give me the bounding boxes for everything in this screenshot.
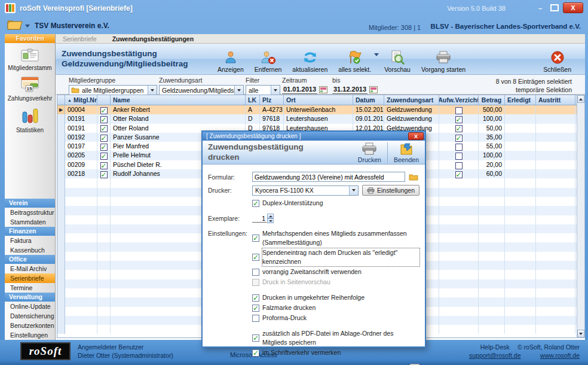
- calendar-icon[interactable]: [319, 86, 327, 93]
- column-header-mitglnr[interactable]: ▲Mitgl.Nr.: [65, 95, 97, 105]
- row-checkbox[interactable]: [100, 125, 108, 132]
- column-header-lk[interactable]: LK: [246, 95, 260, 105]
- option-row[interactable]: Drucken in umgekehrter Reihenfolge: [252, 293, 419, 302]
- option-row[interactable]: Spendeneintrag nach dem Drucken als "erl…: [252, 248, 419, 266]
- minimize-button[interactable]: –: [534, 2, 546, 13]
- sidebar-item-faktura[interactable]: Faktura: [5, 236, 55, 245]
- drucken-button[interactable]: Drucken: [352, 141, 387, 164]
- sidebar-item-termine[interactable]: Termine: [5, 283, 55, 293]
- sidebar-item-e-mail-archiv[interactable]: E-Mail Archiv: [5, 264, 55, 273]
- sidebar-item-einstellungen[interactable]: Einstellungen: [5, 330, 55, 340]
- option-checkbox[interactable]: [252, 315, 259, 322]
- option-row[interactable]: im Schriftverkehr vermerken: [252, 348, 419, 357]
- club-folder-icon[interactable]: [7, 19, 23, 31]
- exemplare-stepper[interactable]: 1: [252, 214, 274, 223]
- column-header-erledigt[interactable]: Erledigt: [505, 95, 536, 105]
- aufwverzicht-checkbox[interactable]: [455, 135, 463, 142]
- column-header-austritt[interactable]: Austritt: [536, 95, 575, 105]
- sidebar-item-stammdaten[interactable]: Stammdaten: [5, 217, 55, 227]
- scroll-up-button[interactable]: [577, 95, 584, 103]
- sidebar-item-benutzerkonten[interactable]: Benutzerkonten: [5, 321, 55, 330]
- option-row[interactable]: Proforma-Druck: [252, 314, 419, 323]
- table-row[interactable]: ▶00004Anker RobertAA-4273Unterweißenbach…: [57, 105, 583, 114]
- club-dropdown-caret[interactable]: [25, 25, 30, 28]
- option-checkbox[interactable]: [252, 269, 259, 276]
- option-checkbox[interactable]: [252, 349, 259, 357]
- zeitraum-date-field[interactable]: 01.01.2013: [282, 85, 317, 94]
- aufwverzicht-checkbox[interactable]: [455, 125, 463, 132]
- aufwverzicht-checkbox[interactable]: [455, 162, 463, 169]
- vorgang-starten-button[interactable]: Vorgang starten: [416, 45, 471, 73]
- vertical-scrollbar[interactable]: [577, 95, 585, 338]
- row-checkbox[interactable]: [100, 135, 108, 142]
- scroll-down-button[interactable]: [577, 330, 584, 337]
- tab-serienbriefe[interactable]: Serienbriefe: [63, 35, 97, 42]
- option-row[interactable]: Mehrfachspenden eines Mitglieds zusammen…: [252, 229, 419, 247]
- row-checkbox[interactable]: [100, 171, 108, 178]
- column-header-ort[interactable]: Ort: [284, 95, 353, 105]
- column-header-zuwendungsart[interactable]: Zuwendungsart: [384, 95, 439, 105]
- aufwverzicht-checkbox[interactable]: [455, 144, 463, 151]
- column-header-blank[interactable]: [57, 95, 65, 105]
- alles-selekt--button[interactable]: alles selekt.: [333, 45, 376, 73]
- option-checkbox[interactable]: [252, 294, 259, 302]
- table-header[interactable]: ▲Mitgl.Nr.NameLKPlzOrtDatumZuwendungsart…: [57, 95, 583, 105]
- column-header-datum[interactable]: Datum: [353, 95, 384, 105]
- website-link[interactable]: www.rosoft.de: [517, 351, 580, 360]
- tab-zuwendungsbestätigungen[interactable]: Zuwendungsbestätigungen: [112, 35, 194, 42]
- helpdesk-link[interactable]: support@rosoft.de: [469, 351, 521, 360]
- beenden-button[interactable]: Beenden: [388, 141, 425, 164]
- row-checkbox[interactable]: [100, 107, 108, 114]
- aktualisieren-button[interactable]: aktualisieren: [287, 45, 333, 73]
- duplex-checkbox-row[interactable]: Duplex-Unterstützung: [252, 199, 323, 208]
- browse-formular-button[interactable]: [408, 172, 419, 182]
- anzeigen-button[interactable]: Anzeigen: [212, 45, 249, 73]
- sidebar-favorite-mitgliederstamm[interactable]: Mitgliederstamm: [5, 43, 55, 71]
- exemplare-value[interactable]: 1: [252, 215, 267, 223]
- row-checkbox[interactable]: [100, 153, 108, 160]
- drucker-select[interactable]: Kyocera FS-1100 KX: [252, 185, 359, 196]
- close-window-button[interactable]: X: [563, 2, 583, 13]
- option-checkbox[interactable]: [252, 254, 259, 261]
- mitgliedergruppe-select[interactable]: alle Mitgliedergruppen: [69, 85, 157, 95]
- maximize-button[interactable]: [550, 4, 559, 11]
- row-checkbox[interactable]: [100, 162, 108, 169]
- column-header-blank[interactable]: [97, 95, 111, 105]
- calendar-icon[interactable]: [369, 86, 378, 93]
- formular-input[interactable]: Geldzuwendung 2013 (Vereine) mit Adressf…: [252, 172, 405, 182]
- option-checkbox[interactable]: [252, 334, 259, 342]
- filter-select[interactable]: alle: [246, 85, 280, 95]
- option-checkbox[interactable]: [252, 305, 259, 312]
- aufwverzicht-checkbox[interactable]: [455, 171, 463, 178]
- option-row[interactable]: Druck in Seitenvorschau: [252, 278, 419, 287]
- zuwendungsart-select[interactable]: Geldzuwendung/Mitgliedsbeitrag: [159, 85, 244, 95]
- bis-date-field[interactable]: 31.12.2013: [332, 85, 368, 94]
- column-header-name[interactable]: Name: [111, 95, 246, 105]
- duplex-checkbox[interactable]: [252, 200, 259, 207]
- vorschau-button[interactable]: Vorschau: [379, 45, 416, 73]
- dropdown-caret[interactable]: [374, 53, 379, 56]
- column-header-aufw-verzicht[interactable]: Aufw.Verzicht: [439, 95, 479, 105]
- option-row[interactable]: Falzmarke drucken: [252, 303, 419, 312]
- drucker-einstellungen-button[interactable]: Einstellungen: [362, 185, 419, 196]
- column-header-plz[interactable]: Plz: [260, 95, 284, 105]
- sidebar-item-datensicherung[interactable]: Datensicherung: [5, 311, 55, 321]
- sidebar-favorite-statistiken[interactable]: Statistiken: [5, 102, 55, 133]
- aufwverzicht-checkbox[interactable]: [455, 153, 463, 160]
- aufwverzicht-checkbox[interactable]: [455, 116, 463, 123]
- sidebar-favorite-zahlungsverkehr[interactable]: 15Zahlungsverkehr: [5, 71, 55, 102]
- spinner-buttons[interactable]: [267, 214, 274, 223]
- option-row[interactable]: vorrangig Zweitanschrift verwenden: [252, 267, 419, 276]
- schliessen-button[interactable]: Schließen: [538, 45, 577, 73]
- option-checkbox[interactable]: [252, 279, 259, 286]
- option-checkbox[interactable]: [252, 235, 259, 242]
- dialog-close-button[interactable]: X: [408, 132, 424, 140]
- sidebar-item-serienbriefe[interactable]: Serienbriefe: [5, 273, 55, 283]
- row-checkbox[interactable]: [100, 116, 108, 123]
- entfernen-button[interactable]: Entfernen: [249, 45, 287, 73]
- column-header-betrag[interactable]: Betrag: [479, 95, 505, 105]
- aufwverzicht-checkbox[interactable]: [455, 107, 463, 114]
- sidebar-item-online-update[interactable]: Online-Update: [5, 302, 55, 311]
- option-row[interactable]: zusätzlich als PDF-Datei im Ablage-Ordne…: [252, 329, 419, 347]
- row-checkbox[interactable]: [100, 144, 108, 151]
